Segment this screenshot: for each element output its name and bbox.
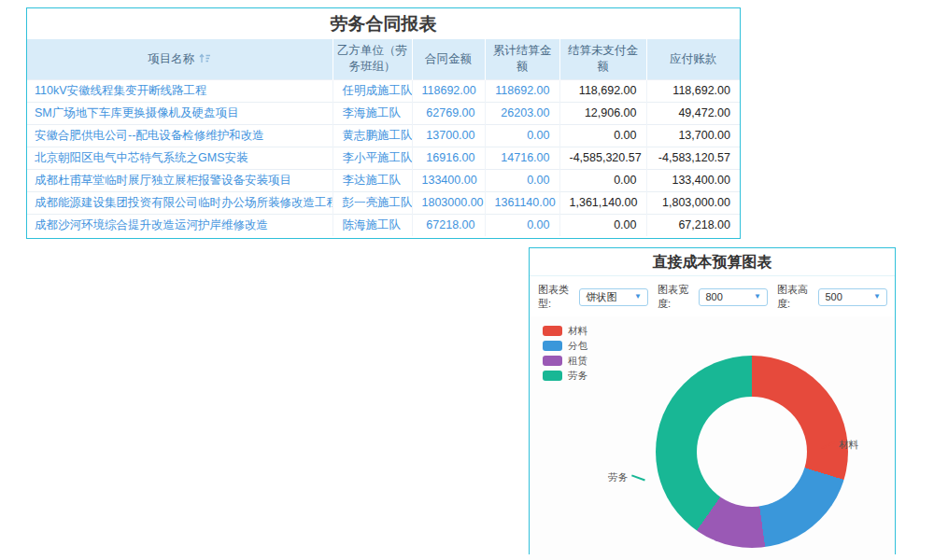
chart-height-control: 图表高度: 500 ▼ [777,283,887,311]
project-name-cell[interactable]: 成都杜甫草堂临时展厅独立展柜报警设备安装项目 [27,169,333,191]
column-header-project-name[interactable]: 项目名称 [27,39,333,79]
chart-legend: 材料 分包 租赁 劳务 [543,324,587,384]
settled-amount-cell: 26203.00 [485,102,559,124]
contract-amount-cell: 13700.00 [412,124,485,147]
sort-icon[interactable] [199,52,211,63]
table-row: 成都杜甫草堂临时展厅独立展柜报警设备安装项目 李达施工队 133400.00 0… [27,169,740,191]
contractor-cell: 黄志鹏施工队 [333,124,412,147]
chart-width-control: 图表宽度: 800 ▼ [658,283,768,311]
contractor-cell: 李达施工队 [333,169,412,191]
contractor-cell: 彭一亮施工队 [333,191,412,214]
table-row: 北京朝阳区电气中芯特气系统之GMS安装 李小平施工队 16916.00 1471… [27,147,740,169]
contractor-cell: 李小平施工队 [333,147,412,169]
legend-item-subcontract[interactable]: 分包 [543,339,587,353]
legend-item-material[interactable]: 材料 [543,324,587,338]
settled-amount-cell: 14716.00 [485,147,559,169]
table-row: SM广场地下车库更换摄像机及硬盘项目 李海施工队 62769.00 26203.… [27,102,740,124]
chevron-down-icon: ▼ [754,293,761,301]
contract-amount-cell: 1803000.00 [412,191,485,214]
project-name-cell[interactable]: SM广场地下车库更换摄像机及硬盘项目 [27,102,333,124]
chart-type-control: 图表类型: 饼状图 ▼ [538,283,648,311]
chart-width-label: 图表宽度: [658,283,694,311]
project-name-cell[interactable]: 安徽合肥供电公司--配电设备检修维护和改造 [27,124,333,147]
legend-item-lease[interactable]: 租赁 [543,354,587,368]
payable-cell: 118,692.00 [646,79,740,102]
unpaid-amount-cell: 12,906.00 [559,102,646,124]
chart-height-label: 图表高度: [777,283,814,311]
legend-swatch [543,356,562,366]
chevron-down-icon: ▼ [873,293,881,301]
chart-type-select[interactable]: 饼状图 ▼ [579,288,648,306]
direct-cost-budget-chart-card: 直接成本预算图表 图表类型: 饼状图 ▼ 图表宽度: 800 ▼ 图表高度: 5… [529,247,896,554]
table-row: 成都沙河环境综合提升改造运河护岸维修改造 陈海施工队 67218.00 0.00… [27,214,740,236]
column-header-payable: 应付账款 [646,39,740,79]
unpaid-amount-cell: 1,361,140.00 [559,191,646,214]
project-name-cell[interactable]: 成都能源建设集团投资有限公司临时办公场所装修改造工程EPC [27,191,333,214]
chart-width-select[interactable]: 800 ▼ [699,288,768,306]
contract-amount-cell: 133400.00 [412,169,485,191]
contractor-cell: 任明成施工队 [333,79,412,102]
settled-amount-cell: 1361140.00 [485,191,559,214]
contractor-cell: 李海施工队 [333,102,412,124]
chevron-down-icon: ▼ [634,293,642,301]
column-header-contractor: 乙方单位（劳务班组） [333,39,412,79]
legend-swatch [543,341,562,351]
chart-width-value: 800 [705,291,722,302]
contract-amount-cell: 67218.00 [412,214,485,236]
labor-contract-table: 项目名称 乙方单位（劳务班组） 合同金额 累计结算金额 结算未支付金额 应付账款… [27,39,740,236]
unpaid-amount-cell: 118,692.00 [559,79,646,102]
table-row: 成都能源建设集团投资有限公司临时办公场所装修改造工程EPC 彭一亮施工队 180… [27,191,740,214]
payable-cell: 13,700.00 [646,124,740,147]
settled-amount-cell: 0.00 [485,124,559,147]
pie-slice-label-labor: 劳务 [608,471,645,484]
project-name-cell[interactable]: 北京朝阳区电气中芯特气系统之GMS安装 [27,147,333,169]
project-name-cell[interactable]: 110kV安徽线程集变开断线路工程 [27,79,333,102]
chart-controls: 图表类型: 饼状图 ▼ 图表宽度: 800 ▼ 图表高度: 500 ▼ [530,276,895,316]
contract-amount-cell: 118692.00 [412,79,485,102]
settled-amount-cell: 118692.00 [485,79,559,102]
payable-cell: 1,803,000.00 [646,191,740,214]
report-title: 劳务合同报表 [27,8,740,39]
leader-line [821,441,834,449]
pie-chart-area: 材料 分包 租赁 劳务 材料 分包 租赁 劳务 [530,316,895,560]
table-row: 110kV安徽线程集变开断线路工程 任明成施工队 118692.00 11869… [27,79,740,102]
labor-contract-report-card: 劳务合同报表 项目名称 乙方单位（劳务班组） 合同金额 累计结算金额 结算未支付… [26,7,741,239]
project-name-cell[interactable]: 成都沙河环境综合提升改造运河护岸维修改造 [27,214,333,236]
table-header-row: 项目名称 乙方单位（劳务班组） 合同金额 累计结算金额 结算未支付金额 应付账款 [27,39,740,79]
unpaid-amount-cell: 0.00 [559,214,646,236]
legend-swatch [543,326,562,336]
chart-type-value: 饼状图 [586,290,616,304]
chart-height-value: 500 [825,291,842,302]
pie-slice-label-material: 材料 [821,439,858,452]
payable-cell: 49,472.00 [646,102,740,124]
contract-amount-cell: 62769.00 [412,102,485,124]
chart-height-select[interactable]: 500 ▼ [818,288,887,306]
chart-type-label: 图表类型: [538,283,574,311]
table-row: 安徽合肥供电公司--配电设备检修维护和改造 黄志鹏施工队 13700.00 0.… [27,124,740,147]
payable-cell: -4,583,120.57 [646,147,740,169]
legend-item-labor[interactable]: 劳务 [543,369,587,383]
leader-line [631,475,645,482]
donut-chart[interactable] [656,356,848,548]
chart-title: 直接成本预算图表 [530,248,895,276]
contractor-cell: 陈海施工队 [333,214,412,236]
legend-swatch [543,371,562,381]
settled-amount-cell: 0.00 [485,169,559,191]
unpaid-amount-cell: 0.00 [559,124,646,147]
column-header-contract-amount: 合同金额 [412,39,485,79]
payable-cell: 67,218.00 [646,214,740,236]
column-header-settled-amount: 累计结算金额 [485,39,559,79]
unpaid-amount-cell: -4,585,320.57 [559,147,646,169]
payable-cell: 133,400.00 [646,169,740,191]
column-header-unpaid-amount: 结算未支付金额 [559,39,646,79]
unpaid-amount-cell: 0.00 [559,169,646,191]
contract-amount-cell: 16916.00 [412,147,485,169]
settled-amount-cell: 0.00 [485,214,559,236]
